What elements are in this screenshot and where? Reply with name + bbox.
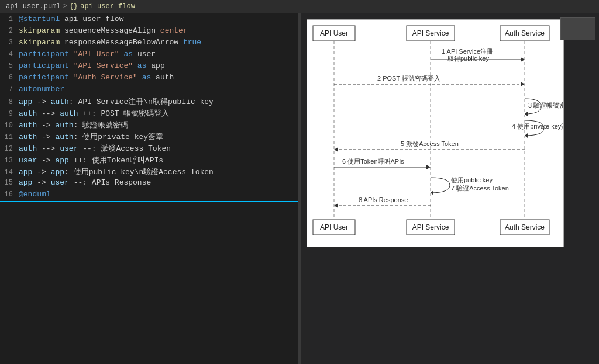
file-name: api_user.puml bbox=[6, 2, 61, 11]
preview-thumbnail bbox=[560, 17, 595, 40]
svg-text:1 API Service注冊: 1 API Service注冊 bbox=[442, 48, 493, 55]
line-content[interactable]: autonumber bbox=[19, 85, 296, 93]
editor-line: 8app -> auth: API Service注冊\n取得public ke… bbox=[0, 96, 298, 108]
svg-marker-21 bbox=[334, 147, 338, 152]
svg-text:Auth Service: Auth Service bbox=[505, 29, 545, 37]
editor-line: 2skinparam sequenceMessageAlign center bbox=[0, 26, 298, 38]
line-content[interactable]: app -> auth: API Service注冊\n取得public key bbox=[19, 96, 296, 107]
svg-text:6 使用Token呼叫APIs: 6 使用Token呼叫APIs bbox=[342, 158, 404, 165]
svg-text:7 驗證Access Token: 7 驗證Access Token bbox=[451, 185, 509, 192]
line-content[interactable]: @enduml bbox=[19, 190, 296, 199]
main-area: 1@startuml api_user_flow2skinparam seque… bbox=[0, 13, 599, 364]
line-content[interactable]: skinparam responseMessageBelowArrow true bbox=[19, 38, 296, 47]
svg-text:API User: API User bbox=[320, 29, 348, 37]
line-content[interactable]: auth --> auth ++: POST 帳號密碼登入 bbox=[19, 108, 296, 119]
line-number: 11 bbox=[2, 133, 19, 141]
editor-line: 4participant "API User" as user bbox=[0, 50, 298, 61]
line-number: 6 bbox=[2, 74, 19, 82]
editor-line: 13user -> app ++: 使用Token呼叫APIs bbox=[0, 155, 298, 167]
line-number: 4 bbox=[2, 50, 19, 58]
svg-text:8 APIs Response: 8 APIs Response bbox=[359, 196, 408, 203]
svg-marker-26 bbox=[431, 190, 433, 195]
svg-marker-14 bbox=[521, 82, 525, 86]
editor-line: 14app -> app: 使用public key\n驗證Access Tok… bbox=[0, 167, 298, 178]
line-number: 15 bbox=[2, 179, 19, 187]
line-content[interactable]: user -> app ++: 使用Token呼叫APIs bbox=[19, 155, 296, 165]
line-number: 10 bbox=[2, 122, 19, 130]
symbol: {} bbox=[70, 2, 78, 11]
editor-panel[interactable]: 1@startuml api_user_flow2skinparam seque… bbox=[0, 13, 298, 364]
editor-line: 11auth -> auth: 使用private key簽章 bbox=[0, 131, 298, 143]
editor-line: 3skinparam responseMessageBelowArrow tru… bbox=[0, 38, 298, 50]
svg-text:4 使用private key簽章: 4 使用private key簽章 bbox=[512, 123, 564, 130]
line-number: 9 bbox=[2, 110, 19, 118]
line-content[interactable]: app -> user --: APIs Response bbox=[19, 178, 296, 187]
editor-line: 5participant "API Service" as app bbox=[0, 61, 298, 73]
editor-line: 12auth --> user --: 派發Access Token bbox=[0, 143, 298, 155]
sequence-diagram: API User API Service Auth Service 1 API … bbox=[307, 19, 564, 241]
line-number: 7 bbox=[2, 85, 19, 93]
title-bar: api_user.puml > {} api_user_flow bbox=[0, 0, 599, 13]
line-content[interactable]: auth -> auth: 使用private key簽章 bbox=[19, 131, 296, 142]
line-number: 8 bbox=[2, 98, 19, 106]
line-content[interactable]: participant "API Service" as app bbox=[19, 61, 296, 70]
line-content[interactable]: participant "API User" as user bbox=[19, 50, 296, 58]
line-number: 5 bbox=[2, 62, 19, 70]
svg-text:3 驗證帳號密碼: 3 驗證帳號密碼 bbox=[528, 102, 564, 109]
svg-text:API Service: API Service bbox=[412, 29, 449, 37]
line-content[interactable]: auth --> user --: 派發Access Token bbox=[19, 143, 296, 154]
svg-text:API Service: API Service bbox=[412, 223, 449, 231]
editor-line: 16@enduml bbox=[0, 190, 298, 202]
svg-marker-16 bbox=[525, 112, 528, 116]
line-content[interactable]: skinparam sequenceMessageAlign center bbox=[19, 26, 296, 35]
line-number: 16 bbox=[2, 190, 19, 199]
line-number: 2 bbox=[2, 27, 19, 35]
line-content[interactable]: participant "Auth Service" as auth bbox=[19, 73, 296, 82]
line-content[interactable]: app -> app: 使用public key\n驗證Access Token bbox=[19, 167, 296, 177]
svg-marker-30 bbox=[334, 203, 338, 208]
line-number: 13 bbox=[2, 157, 19, 165]
editor-line: 7autonumber bbox=[0, 85, 298, 96]
svg-text:5 派發Access Token: 5 派發Access Token bbox=[401, 140, 459, 147]
editor-line: 9auth --> auth ++: POST 帳號密碼登入 bbox=[0, 108, 298, 120]
line-content[interactable]: @startuml api_user_flow bbox=[19, 15, 296, 23]
preview-panel: API User API Service Auth Service 1 API … bbox=[301, 13, 599, 364]
svg-marker-24 bbox=[426, 165, 431, 169]
breadcrumb-sep: > bbox=[63, 2, 67, 11]
svg-text:2 POST 帳號密碼登入: 2 POST 帳號密碼登入 bbox=[377, 75, 440, 82]
svg-text:Auth Service: Auth Service bbox=[505, 223, 545, 231]
svg-text:使用public key: 使用public key bbox=[451, 176, 493, 183]
line-number: 14 bbox=[2, 168, 19, 176]
editor-line: 15app -> user --: APIs Response bbox=[0, 178, 298, 190]
breadcrumb: api_user.puml > {} api_user_flow bbox=[6, 2, 135, 11]
editor-line: 10auth -> auth: 驗證帳號密碼 bbox=[0, 120, 298, 131]
editor-line: 1@startuml api_user_flow bbox=[0, 15, 298, 26]
svg-marker-10 bbox=[521, 57, 525, 62]
line-number: 1 bbox=[2, 15, 19, 23]
svg-text:取得public key: 取得public key bbox=[447, 55, 489, 62]
svg-text:API User: API User bbox=[320, 223, 348, 231]
svg-marker-18 bbox=[525, 133, 528, 138]
line-number: 12 bbox=[2, 145, 19, 153]
function-name: api_user_flow bbox=[80, 2, 135, 11]
editor-line: 6participant "Auth Service" as auth bbox=[0, 73, 298, 85]
line-number: 3 bbox=[2, 39, 19, 47]
line-content[interactable]: auth -> auth: 驗證帳號密碼 bbox=[19, 120, 296, 130]
